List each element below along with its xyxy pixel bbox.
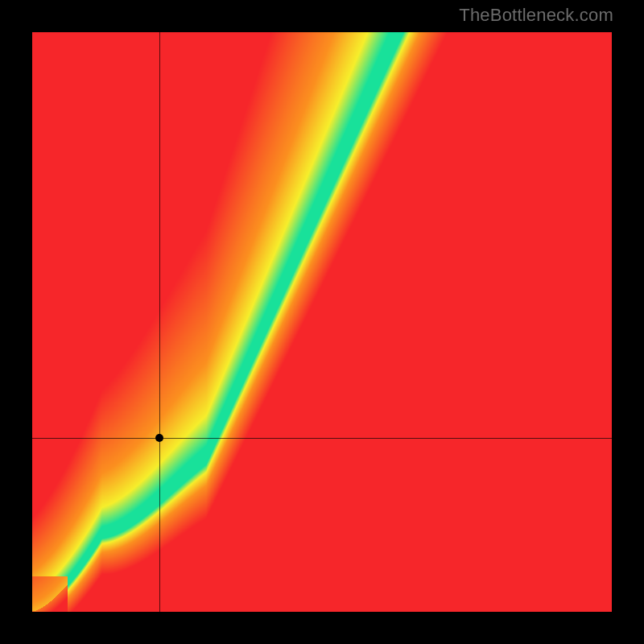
chart-frame: TheBottleneck.com bbox=[0, 0, 644, 644]
heatmap-canvas bbox=[32, 32, 612, 612]
heatmap-plot bbox=[32, 32, 612, 612]
attribution-text: TheBottleneck.com bbox=[459, 5, 613, 26]
